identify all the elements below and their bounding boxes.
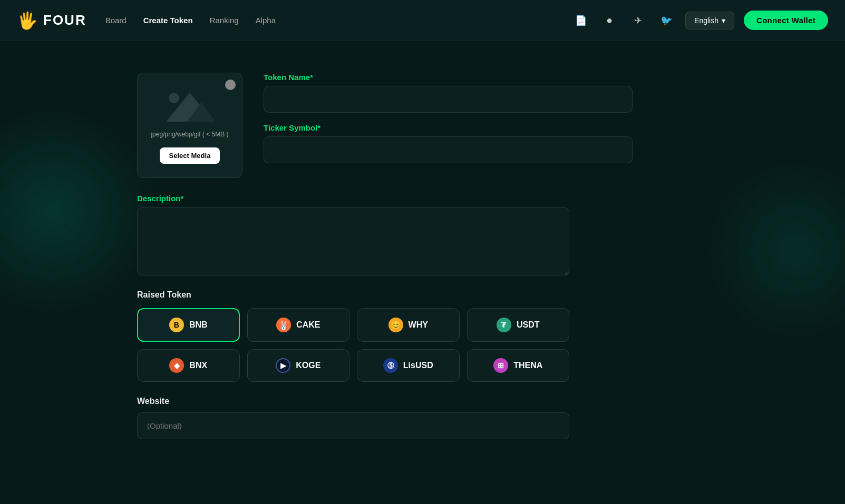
bnx-icon: ◆ — [169, 358, 184, 373]
thena-icon: ⊞ — [493, 358, 508, 373]
token-name-input[interactable] — [264, 86, 633, 113]
right-form-fields: Token Name* Ticker Symbol* — [264, 73, 633, 163]
ticker-symbol-group: Ticker Symbol* — [264, 123, 633, 163]
raised-token-section: Raised Token B BNB 🐰 CAKE 😊 WHY — [137, 290, 633, 382]
telegram-icon: ✈ — [634, 15, 642, 26]
telegram-icon-btn[interactable]: ✈ — [628, 11, 647, 30]
nav-alpha[interactable]: Alpha — [256, 16, 276, 25]
ticker-required: * — [317, 123, 320, 132]
language-label: English — [694, 16, 718, 25]
connect-wallet-button[interactable]: Connect Wallet — [744, 11, 828, 30]
logo[interactable]: 🖐 FOUR — [17, 11, 86, 31]
token-btn-usdt[interactable]: ₮ USDT — [467, 308, 570, 342]
token-name-group: Token Name* — [264, 73, 633, 113]
chevron-down-icon: ▾ — [722, 16, 725, 25]
discord-icon: ● — [606, 14, 613, 26]
select-media-button[interactable]: Select Media — [160, 147, 220, 164]
usdt-icon: ₮ — [497, 318, 511, 332]
why-label: WHY — [409, 320, 428, 330]
mountain-icon — [163, 87, 216, 124]
nav-ranking[interactable]: Ranking — [210, 16, 239, 25]
cake-icon: 🐰 — [276, 318, 291, 332]
token-btn-bnx[interactable]: ◆ BNX — [137, 349, 240, 382]
svg-point-2 — [169, 93, 179, 103]
description-label: Description* — [137, 194, 633, 203]
ticker-symbol-input[interactable] — [264, 136, 633, 163]
language-selector[interactable]: English ▾ — [685, 12, 734, 29]
token-btn-lisusd[interactable]: ⑤ LisUSD — [357, 349, 460, 382]
navbar-left: 🖐 FOUR Board Create Token Ranking Alpha — [17, 11, 276, 31]
token-btn-why[interactable]: 😊 WHY — [357, 308, 460, 342]
lisusd-icon: ⑤ — [383, 358, 398, 373]
cake-label: CAKE — [296, 320, 320, 330]
description-textarea[interactable] — [137, 207, 569, 275]
navbar-right: 📄 ● ✈ 🐦 English ▾ Connect Wallet — [571, 11, 828, 30]
document-icon: 📄 — [575, 15, 587, 26]
website-label: Website — [137, 397, 633, 406]
logo-text: FOUR — [43, 12, 86, 28]
token-name-required: * — [310, 73, 313, 82]
twitter-icon: 🐦 — [661, 15, 672, 26]
top-form-row: jpeg/png/webp/gif ( < 5MB ) Select Media… — [137, 73, 633, 178]
twitter-icon-btn[interactable]: 🐦 — [657, 11, 676, 30]
logo-icon: 🖐 — [17, 11, 38, 31]
raised-token-title: Raised Token — [137, 290, 633, 300]
koge-label: KOGE — [296, 361, 320, 370]
nav-links: Board Create Token Ranking Alpha — [105, 16, 276, 25]
upload-dot — [225, 80, 236, 90]
upload-hint-text: jpeg/png/webp/gif ( < 5MB ) — [151, 130, 228, 139]
ticker-symbol-label: Ticker Symbol* — [264, 123, 633, 132]
token-btn-bnb[interactable]: B BNB — [137, 308, 240, 342]
lisusd-label: LisUSD — [403, 361, 433, 370]
bnb-label: BNB — [189, 320, 208, 330]
usdt-label: USDT — [517, 320, 540, 330]
description-group: Description* — [137, 194, 633, 275]
bnb-icon: B — [169, 318, 184, 332]
discord-icon-btn[interactable]: ● — [600, 11, 619, 30]
token-btn-cake[interactable]: 🐰 CAKE — [247, 308, 350, 342]
website-input[interactable] — [137, 412, 569, 439]
navbar: 🖐 FOUR Board Create Token Ranking Alpha … — [0, 0, 845, 41]
token-btn-koge[interactable]: ▶ KOGE — [247, 349, 350, 382]
document-icon-btn[interactable]: 📄 — [571, 11, 590, 30]
nav-board[interactable]: Board — [105, 16, 127, 25]
bnx-label: BNX — [189, 361, 207, 370]
nav-create-token[interactable]: Create Token — [143, 16, 193, 25]
token-grid: B BNB 🐰 CAKE 😊 WHY ₮ USDT — [137, 308, 569, 382]
description-required: * — [181, 194, 184, 203]
website-section: Website — [137, 397, 633, 439]
below-form: Description* Raised Token B BNB 🐰 CAKE — [137, 194, 633, 439]
image-upload-area[interactable]: jpeg/png/webp/gif ( < 5MB ) Select Media — [137, 73, 242, 178]
token-name-label: Token Name* — [264, 73, 633, 82]
koge-icon: ▶ — [276, 358, 290, 373]
token-btn-thena[interactable]: ⊞ THENA — [467, 349, 570, 382]
thena-label: THENA — [513, 361, 542, 370]
main-content: jpeg/png/webp/gif ( < 5MB ) Select Media… — [0, 41, 633, 471]
why-icon: 😊 — [388, 318, 403, 332]
